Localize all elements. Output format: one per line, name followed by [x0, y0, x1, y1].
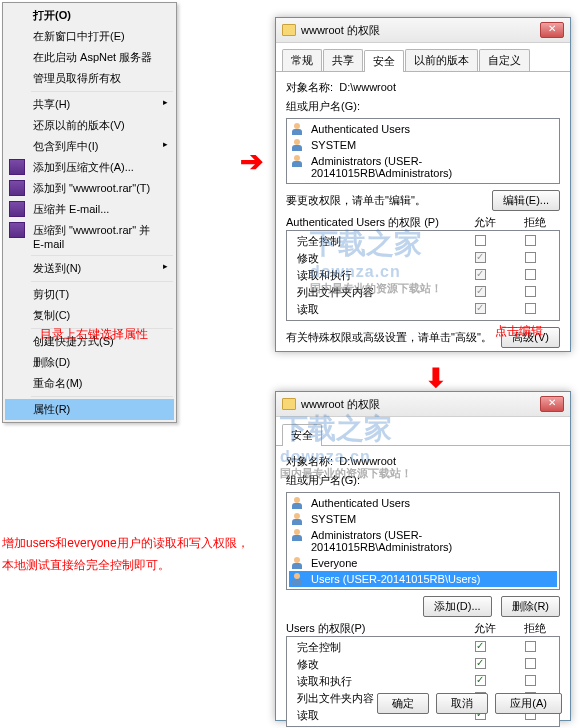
menu-item[interactable]: 还原以前的版本(V) [5, 115, 174, 136]
deny-checkbox [525, 235, 536, 246]
user-entry[interactable]: Everyone [289, 555, 557, 571]
user-icon [291, 154, 305, 168]
allow-checkbox[interactable] [475, 641, 486, 652]
menu-item[interactable]: 删除(D) [5, 352, 174, 373]
remove-button[interactable]: 删除(R) [501, 596, 560, 617]
menu-item[interactable]: 在此启动 AspNet 服务器 [5, 47, 174, 68]
menu-item[interactable]: 在新窗口中打开(E) [5, 26, 174, 47]
add-button[interactable]: 添加(D)... [423, 596, 491, 617]
rar-icon [9, 222, 25, 238]
menu-item[interactable]: 复制(C) [5, 305, 174, 326]
user-entry[interactable]: Administrators (USER-20141015RB\Administ… [289, 153, 557, 181]
ok-button[interactable]: 确定 [377, 693, 429, 714]
user-entry[interactable]: Users (USER-20141015RB\Users) [289, 571, 557, 587]
perm-row: 修改 [291, 250, 555, 267]
deny-checkbox[interactable] [525, 641, 536, 652]
deny-checkbox [525, 303, 536, 314]
dialog-title: wwwroot 的权限 [301, 23, 540, 38]
allow-checkbox[interactable] [475, 658, 486, 669]
rar-icon [9, 201, 25, 217]
deny-checkbox[interactable] [525, 658, 536, 669]
rar-icon [9, 180, 25, 196]
tab[interactable]: 安全 [364, 50, 404, 72]
perm-row: 完全控制 [291, 233, 555, 250]
allow-checkbox [475, 303, 486, 314]
allow-checkbox[interactable] [475, 675, 486, 686]
dialog-buttons: 确定 取消 应用(A) [373, 693, 562, 714]
tabs-row: 安全 [276, 417, 570, 446]
user-icon [291, 572, 305, 586]
perm-list: 完全控制修改读取和执行列出文件夹内容读取 [286, 230, 560, 321]
group-label: 组或用户名(G): [286, 99, 560, 114]
menu-item[interactable]: 添加到压缩文件(A)... [5, 157, 174, 178]
deny-checkbox[interactable] [525, 675, 536, 686]
apply-button[interactable]: 应用(A) [495, 693, 562, 714]
properties-dialog-2: wwwroot 的权限 ✕ 安全 对象名称: D:\wwwroot 组或用户名(… [275, 391, 571, 721]
perm-row: 修改 [291, 656, 555, 673]
user-entry[interactable]: Authenticated Users [289, 121, 557, 137]
titlebar: wwwroot 的权限 ✕ [276, 18, 570, 43]
menu-item[interactable]: 包含到库中(I) [5, 136, 174, 157]
menu-item[interactable]: 共享(H) [5, 94, 174, 115]
menu-item[interactable]: 管理员取得所有权 [5, 68, 174, 89]
allow-checkbox [475, 286, 486, 297]
allow-checkbox [475, 252, 486, 263]
perm-row: 完全控制 [291, 639, 555, 656]
perm-row: 读取和执行 [291, 267, 555, 284]
user-list[interactable]: Authenticated UsersSYSTEMAdministrators … [286, 118, 560, 184]
tab[interactable]: 共享 [323, 49, 363, 71]
titlebar: wwwroot 的权限 ✕ [276, 392, 570, 417]
menu-item[interactable]: 压缩并 E-mail... [5, 199, 174, 220]
close-button[interactable]: ✕ [540, 22, 564, 38]
user-entry[interactable]: SYSTEM [289, 137, 557, 153]
menu-item[interactable]: 发送到(N) [5, 258, 174, 279]
user-entry[interactable]: SYSTEM [289, 511, 557, 527]
menu-item[interactable]: 添加到 "wwwroot.rar"(T) [5, 178, 174, 199]
menu-item[interactable]: 属性(R) [5, 399, 174, 420]
dialog-title: wwwroot 的权限 [301, 397, 540, 412]
user-icon [291, 512, 305, 526]
edit-button[interactable]: 编辑(E)... [492, 190, 560, 211]
red-arrow-down-icon: ⬇ [425, 363, 447, 394]
menu-item[interactable]: 剪切(T) [5, 284, 174, 305]
allow-checkbox [475, 235, 486, 246]
perm-row: 读取和执行 [291, 673, 555, 690]
deny-checkbox [525, 286, 536, 297]
menu-item[interactable]: 打开(O) [5, 5, 174, 26]
dialog-body: 对象名称: D:\wwwroot 组或用户名(G): Authenticated… [276, 446, 570, 728]
user-entry[interactable]: Authenticated Users [289, 495, 557, 511]
rar-icon [9, 159, 25, 175]
annotation-3: 点击编辑 [495, 323, 543, 340]
red-arrow-right-icon: ➔ [240, 145, 263, 178]
annotation-1: 目录上右键选择属性 [40, 326, 148, 343]
perm-header: Users 的权限(P) 允许 拒绝 [286, 621, 560, 636]
tabs-row: 常规共享安全以前的版本自定义 [276, 43, 570, 72]
object-row: 对象名称: D:\wwwroot [286, 454, 560, 469]
annotation-2: 增加users和everyone用户的读取和写入权限，本地测试直接给完全控制即可… [2, 532, 252, 576]
tab[interactable]: 常规 [282, 49, 322, 71]
close-button[interactable]: ✕ [540, 396, 564, 412]
tab[interactable]: 自定义 [479, 49, 530, 71]
dialog-body: 对象名称: D:\wwwroot 组或用户名(G): Authenticated… [276, 72, 570, 356]
object-row: 对象名称: D:\wwwroot [286, 80, 560, 95]
context-menu: 打开(O)在新窗口中打开(E)在此启动 AspNet 服务器管理员取得所有权共享… [2, 2, 177, 423]
deny-checkbox [525, 269, 536, 280]
user-list[interactable]: Authenticated UsersSYSTEMAdministrators … [286, 492, 560, 590]
perm-row: 读取 [291, 301, 555, 318]
user-icon [291, 122, 305, 136]
edit-row: 要更改权限，请单击"编辑"。 编辑(E)... [286, 190, 560, 211]
menu-item[interactable]: 压缩到 "wwwroot.rar" 并 E-mail [5, 220, 174, 253]
user-icon [291, 138, 305, 152]
group-label: 组或用户名(G): [286, 473, 560, 488]
user-entry[interactable]: Administrators (USER-20141015RB\Administ… [289, 527, 557, 555]
tab[interactable]: 以前的版本 [405, 49, 478, 71]
menu-item[interactable]: 重命名(M) [5, 373, 174, 394]
user-icon [291, 496, 305, 510]
tab-security[interactable]: 安全 [282, 424, 322, 446]
cancel-button[interactable]: 取消 [436, 693, 488, 714]
properties-dialog-1: wwwroot 的权限 ✕ 常规共享安全以前的版本自定义 对象名称: D:\ww… [275, 17, 571, 352]
deny-checkbox [525, 252, 536, 263]
perm-header: Authenticated Users 的权限 (P) 允许 拒绝 [286, 215, 560, 230]
folder-icon [282, 24, 296, 36]
folder-icon [282, 398, 296, 410]
